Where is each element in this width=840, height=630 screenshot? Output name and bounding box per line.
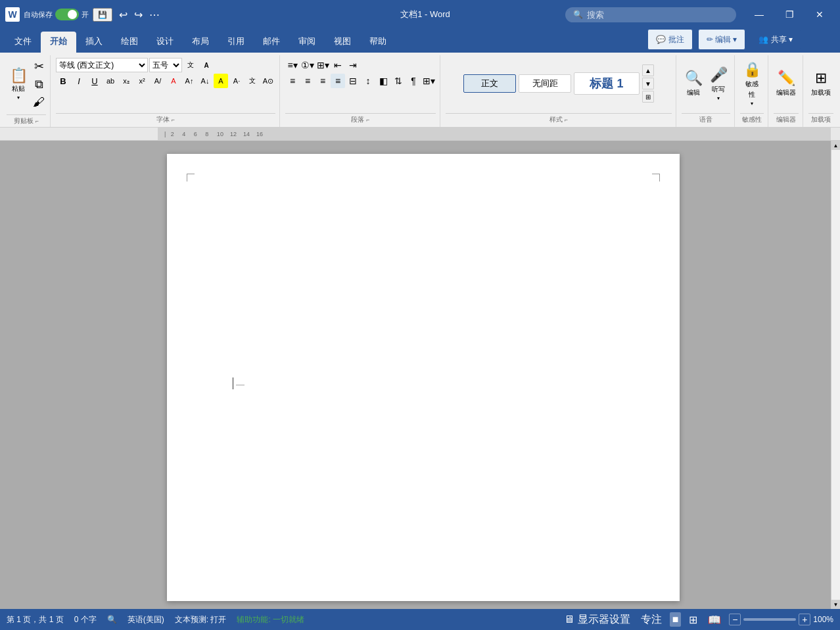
justify-button[interactable]: ≡ [331, 74, 345, 88]
paragraph-expand-icon[interactable]: ⌐ [366, 116, 369, 123]
style-up-button[interactable]: ▲ [642, 64, 654, 76]
font-controls-row: B I U ab x₂ x² A/ A A↑ A↓ A A· 文 A⊙ [56, 74, 275, 88]
title-search[interactable]: 🔍 [565, 7, 736, 22]
shading-button[interactable]: ◧ [376, 74, 390, 88]
view-web-button[interactable]: ⊞ [686, 612, 700, 627]
format-painter-button[interactable]: 🖌 [32, 94, 46, 110]
tab-references[interactable]: 引用 [218, 32, 254, 53]
text-highlight-button[interactable]: A [214, 74, 228, 88]
listen-button[interactable]: 🎤 听写 ▾ [707, 61, 730, 107]
close-button[interactable]: ✕ [805, 0, 835, 29]
clear-format-button[interactable]: A/ [151, 74, 165, 88]
align-left-button[interactable]: ≡ [285, 74, 300, 88]
search-input[interactable] [587, 10, 718, 20]
phonetic-button[interactable]: 文 [245, 74, 260, 88]
extra-menu-button[interactable]: ⋯ [147, 7, 162, 22]
font-expand-icon[interactable]: ⌐ [172, 116, 175, 123]
autosave-state: 开 [82, 10, 89, 20]
addins-button[interactable]: ⊞ 加载项 [808, 61, 833, 107]
document-area[interactable]: ▲ ▼ — [7, 141, 840, 609]
addins-group: ⊞ 加载项 加载项 [805, 55, 837, 127]
subscript-button[interactable]: x₂ [119, 74, 133, 88]
numbering-button[interactable]: ①▾ [300, 58, 315, 72]
align-center-button[interactable]: ≡ [300, 74, 315, 88]
style-down-button[interactable]: ▼ [642, 78, 654, 89]
zoom-in-button[interactable]: + [799, 614, 810, 625]
sensitivity-button[interactable]: 🔒 敏感 性 ▾ [740, 60, 764, 108]
shadow-button[interactable]: A⊙ [261, 74, 275, 88]
style-normal[interactable]: 正文 [463, 74, 516, 93]
pilcrow-button[interactable]: ¶ [406, 74, 421, 88]
bullets-button[interactable]: ≡▾ [285, 58, 300, 72]
tab-draw[interactable]: 绘图 [112, 32, 147, 53]
autosave-toggle[interactable] [55, 9, 79, 20]
align-right-button[interactable]: ≡ [315, 74, 330, 88]
increase-indent-button[interactable]: ⇥ [346, 58, 360, 72]
style-expand-button[interactable]: ⊞ [642, 91, 654, 103]
bold-button[interactable]: B [56, 74, 70, 88]
font-name-select[interactable]: 等线 (西文正文) [56, 58, 148, 72]
undo-redo-group: ↩ ↪ ⋯ [116, 7, 162, 22]
view-normal-button[interactable]: ■ [670, 612, 682, 627]
borders-button[interactable]: ⊞▾ [421, 74, 436, 88]
editor-ai-button[interactable]: ✏️ 编辑器 [774, 61, 799, 107]
share-button[interactable]: 👥 共享 ▾ [751, 29, 801, 50]
superscript-button[interactable]: x² [135, 74, 149, 88]
clipboard-expand-icon[interactable]: ⌐ [35, 118, 39, 124]
copy-button[interactable]: ⧉ [32, 76, 46, 93]
font-size-select[interactable]: 五号 [149, 58, 182, 72]
tab-review[interactable]: 审阅 [289, 32, 325, 53]
paste-icon: 📋 [10, 68, 28, 83]
editor-button-voice[interactable]: 🔍 编辑 [682, 61, 705, 107]
tab-layout[interactable]: 布局 [183, 32, 218, 53]
strikethrough-button[interactable]: ab [103, 74, 118, 88]
vertical-scrollbar[interactable]: ▲ ▼ [831, 141, 840, 609]
style-heading1[interactable]: 标题 1 [574, 72, 640, 95]
focus-button[interactable]: 专注 [638, 612, 665, 628]
text-prediction: 文本预测: 打开 [175, 614, 227, 625]
distributed-button[interactable]: ⊟ [346, 74, 360, 88]
review-button[interactable]: 💬 批注 [647, 29, 692, 50]
display-settings-button[interactable]: 🖥 显示器设置 [561, 612, 632, 628]
save-button[interactable]: 💾 [93, 8, 112, 22]
tab-insert[interactable]: 插入 [76, 32, 112, 53]
decrease-indent-button[interactable]: ⇤ [331, 58, 345, 72]
tab-file[interactable]: 文件 [5, 32, 41, 53]
edit-button[interactable]: ✏ 编辑 ▾ [698, 29, 746, 50]
tab-home[interactable]: 开始 [41, 32, 76, 53]
font-shrink-button[interactable]: A↓ [198, 74, 212, 88]
tab-design[interactable]: 设计 [147, 32, 183, 53]
scroll-up-button[interactable]: ▲ [831, 141, 840, 150]
tab-help[interactable]: 帮助 [360, 32, 396, 53]
multilevel-button[interactable]: ⊞▾ [315, 58, 330, 72]
ruler-marks: | 2 4 6 8 10 12 14 16 [164, 131, 263, 137]
font-format-button[interactable]: A [199, 58, 214, 72]
scroll-down-button[interactable]: ▼ [831, 600, 840, 609]
document-page[interactable]: — [167, 154, 680, 601]
sort-button[interactable]: ⇅ [391, 74, 406, 88]
line-spacing-button[interactable]: ↕ [361, 74, 375, 88]
wubi-button[interactable]: 文 [183, 58, 198, 72]
styles-expand-icon[interactable]: ⌐ [565, 116, 568, 123]
view-read-button[interactable]: 📖 [705, 612, 724, 627]
font-grow-button[interactable]: A↑ [182, 74, 197, 88]
accessibility: 辅助功能: 一切就绪 [237, 614, 304, 625]
cut-button[interactable]: ✂ [32, 58, 46, 75]
proofread-icon[interactable]: 🔍 [107, 615, 117, 624]
zoom-slider[interactable] [743, 618, 796, 621]
style-no-space[interactable]: 无间距 [519, 74, 571, 93]
italic-button[interactable]: I [72, 74, 86, 88]
undo-button[interactable]: ↩ [116, 7, 130, 22]
zoom-out-button[interactable]: − [729, 614, 741, 625]
restore-button[interactable]: ❐ [774, 0, 805, 29]
font-color-button[interactable]: A [166, 74, 181, 88]
emphasis-button[interactable]: A· [229, 74, 244, 88]
tab-mailings[interactable]: 邮件 [254, 32, 289, 53]
tab-view[interactable]: 视图 [325, 32, 360, 53]
underline-button[interactable]: U [87, 74, 102, 88]
document-cursor-area[interactable]: — [233, 377, 627, 389]
redo-button[interactable]: ↪ [131, 7, 145, 22]
paste-button[interactable]: 📋 粘贴 ▾ [7, 61, 30, 107]
sensitivity-group: 🔒 敏感 性 ▾ 敏感性 [736, 55, 768, 127]
minimize-button[interactable]: — [744, 0, 774, 29]
